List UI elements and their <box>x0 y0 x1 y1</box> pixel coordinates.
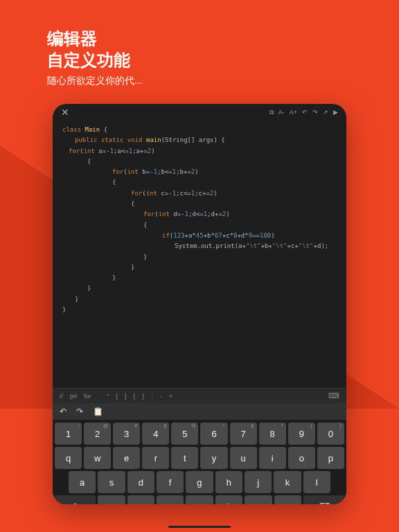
key-o[interactable]: o <box>288 447 315 469</box>
key-u[interactable]: u <box>230 447 257 469</box>
key-z[interactable]: z <box>98 495 125 504</box>
key-b[interactable]: b <box>215 495 242 504</box>
key-y[interactable]: y <box>200 447 227 469</box>
font-decrease-button[interactable]: A- <box>278 109 285 116</box>
key-v[interactable]: v <box>186 495 213 504</box>
key-e[interactable]: e <box>113 447 140 469</box>
key-backspace[interactable]: ⌫ <box>303 495 344 504</box>
key-shift[interactable]: ⇧ <box>55 495 96 504</box>
key-d[interactable]: d <box>127 471 154 493</box>
key-2[interactable]: 2@ <box>84 423 111 445</box>
key-g[interactable]: g <box>186 471 213 493</box>
snippet-dot[interactable]: . <box>98 393 100 400</box>
key-h[interactable]: h <box>215 471 242 493</box>
key-3[interactable]: 3# <box>113 423 140 445</box>
title-line-1: 编辑器 <box>47 28 143 49</box>
keyboard-row-2: qwertyuiop <box>55 447 344 469</box>
snippet-semicolon[interactable]: ; <box>151 393 153 400</box>
snippet-for[interactable]: for <box>84 393 91 400</box>
home-indicator <box>168 526 231 528</box>
font-increase-button[interactable]: A+ <box>290 109 297 116</box>
kb-redo-icon[interactable]: ↷ <box>76 407 83 416</box>
key-n[interactable]: n <box>245 495 272 504</box>
editor-topbar: ✕ ⧉ A- A+ ↶ ↷ ↗ ▶ <box>53 104 346 121</box>
key-l[interactable]: l <box>303 471 330 493</box>
key-0[interactable]: 0) <box>317 423 344 445</box>
share-icon[interactable]: ↗ <box>323 109 328 116</box>
key-5[interactable]: 5% <box>171 423 198 445</box>
keyboard-row-1: 1!2@3#4$5%6^7&8*9(0) <box>55 423 344 445</box>
snippet-lbracket[interactable]: [ <box>116 393 118 400</box>
kb-clipboard-icon[interactable]: 📋 <box>93 407 103 416</box>
keyboard-row-4: ⇧zxcvbnm⌫ <box>55 495 344 504</box>
run-icon[interactable]: ▶ <box>333 109 338 116</box>
snippet-plus[interactable]: + <box>169 393 172 400</box>
snippet-rbracket[interactable]: ] <box>125 393 127 400</box>
key-t[interactable]: t <box>171 447 198 469</box>
key-6[interactable]: 6^ <box>200 423 227 445</box>
snippet-pri[interactable]: pri <box>70 393 77 400</box>
subtitle: 随心所欲定义你的代... <box>47 75 143 87</box>
key-4[interactable]: 4$ <box>142 423 169 445</box>
code-editor[interactable]: class Main { public static void main(Str… <box>53 121 346 388</box>
key-a[interactable]: a <box>69 471 96 493</box>
redo-icon[interactable]: ↷ <box>312 109 318 116</box>
kb-undo-icon[interactable]: ↶ <box>60 407 66 416</box>
key-9[interactable]: 9( <box>288 423 315 445</box>
device-frame: ✕ ⧉ A- A+ ↶ ↷ ↗ ▶ class Main { public st… <box>53 104 346 504</box>
key-m[interactable]: m <box>274 495 301 504</box>
key-p[interactable]: p <box>317 447 344 469</box>
keyboard-row-3: asdfghjkl <box>55 471 344 493</box>
close-icon[interactable]: ✕ <box>61 107 69 118</box>
copy-icon[interactable]: ⧉ <box>269 109 274 116</box>
key-8[interactable]: 8* <box>259 423 286 445</box>
snippet-quote[interactable]: " <box>107 393 109 400</box>
key-w[interactable]: w <box>84 447 111 469</box>
snippet-comment[interactable]: // <box>60 393 63 400</box>
key-q[interactable]: q <box>55 447 82 469</box>
key-c[interactable]: c <box>157 495 184 504</box>
keyboard-toggle-icon[interactable]: ⌨ <box>328 391 339 400</box>
keyboard-toolbar: ↶ ↷ 📋 <box>53 403 346 420</box>
virtual-keyboard: 1!2@3#4$5%6^7&8*9(0) qwertyuiop asdfghjk… <box>53 420 346 504</box>
undo-icon[interactable]: ↶ <box>302 109 308 116</box>
key-i[interactable]: i <box>259 447 286 469</box>
snippet-minus[interactable]: - <box>160 393 162 400</box>
title-line-2: 自定义功能 <box>47 49 143 71</box>
header: 编辑器 自定义功能 随心所欲定义你的代... <box>47 28 143 87</box>
key-7[interactable]: 7& <box>230 423 257 445</box>
key-f[interactable]: f <box>157 471 184 493</box>
key-j[interactable]: j <box>245 471 272 493</box>
snippet-bar: // pri for . " [ ] { } ; - + ⌨ <box>53 388 346 403</box>
key-1[interactable]: 1! <box>55 423 82 445</box>
snippet-rbrace[interactable]: } <box>142 393 144 400</box>
key-r[interactable]: r <box>142 447 169 469</box>
snippet-lbrace[interactable]: { <box>133 393 135 400</box>
key-s[interactable]: s <box>98 471 125 493</box>
key-x[interactable]: x <box>127 495 154 504</box>
key-k[interactable]: k <box>274 471 301 493</box>
